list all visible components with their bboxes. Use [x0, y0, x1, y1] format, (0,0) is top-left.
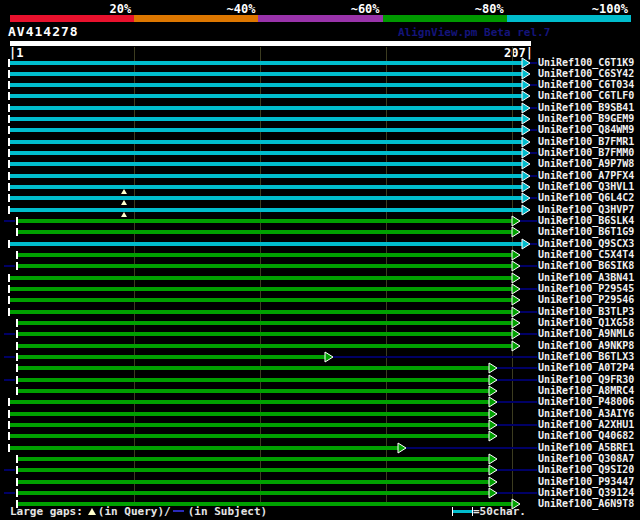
arrow-head-icon: [488, 430, 498, 442]
alignment-bar[interactable]: [10, 185, 522, 189]
alignment-bar[interactable]: [10, 128, 522, 132]
alignment-bar[interactable]: [10, 117, 522, 121]
hit-label[interactable]: UniRef100_A7PFX4: [538, 170, 634, 182]
alignment-row: UniRef100_C5X4T4: [0, 249, 640, 261]
alignment-bar[interactable]: [10, 106, 522, 110]
alignment-row: UniRef100_Q1XG58: [0, 317, 640, 329]
alignment-bar[interactable]: [10, 61, 522, 65]
alignment-bar[interactable]: [10, 400, 489, 404]
hit-label[interactable]: UniRef100_Q9SCX3: [538, 238, 634, 250]
hit-label[interactable]: UniRef100_B6TLX3: [538, 351, 634, 363]
alignment-bar[interactable]: [10, 83, 522, 87]
hit-label[interactable]: UniRef100_Q84WM9: [538, 124, 634, 136]
alignment-bar[interactable]: [10, 162, 522, 166]
hit-label[interactable]: UniRef100_Q39124: [538, 487, 634, 499]
alignment-bar[interactable]: [10, 298, 512, 302]
identity-scale-segment: [507, 15, 631, 22]
hit-label[interactable]: UniRef100_A2XHU1: [538, 419, 634, 431]
alignment-bar[interactable]: [10, 208, 522, 212]
hit-label[interactable]: UniRef100_B9GEM9: [538, 113, 634, 125]
hit-label[interactable]: UniRef100_C6T034: [538, 79, 634, 91]
hit-label[interactable]: UniRef100_C5X4T4: [538, 249, 634, 261]
hit-label[interactable]: UniRef100_Q9FR30: [538, 374, 634, 386]
alignment-row: UniRef100_P48006: [0, 396, 640, 408]
hit-label[interactable]: UniRef100_C6SY42: [538, 68, 634, 80]
alignment-bar[interactable]: [10, 287, 512, 291]
alignment-bar[interactable]: [18, 389, 489, 393]
subject-overhang-right: [530, 243, 537, 245]
alignment-bar[interactable]: [10, 276, 512, 280]
alignment-bar[interactable]: [18, 491, 489, 495]
hit-label[interactable]: UniRef100_P93447: [538, 476, 634, 488]
subject-gap-dash-icon: [173, 510, 184, 512]
hit-label[interactable]: UniRef100_C6TLF0: [538, 90, 634, 102]
hit-label[interactable]: UniRef100_C6T1K9: [538, 57, 634, 69]
arrow-head-icon: [521, 136, 531, 148]
alignment-bar[interactable]: [10, 446, 398, 450]
alignment-bar[interactable]: [18, 468, 489, 472]
alignment-bar[interactable]: [10, 310, 512, 314]
hit-label[interactable]: UniRef100_A9NKP8: [538, 340, 634, 352]
alignment-bar[interactable]: [18, 253, 512, 257]
subject-overhang-left: [4, 333, 15, 335]
alignment-bar[interactable]: [10, 423, 489, 427]
alignment-bar[interactable]: [10, 242, 522, 246]
alignment-bar[interactable]: [18, 480, 489, 484]
alignment-bar[interactable]: [18, 344, 512, 348]
alignment-bar[interactable]: [10, 196, 522, 200]
hit-label[interactable]: UniRef100_Q6L4C2: [538, 192, 634, 204]
alignment-row: UniRef100_B9GEM9: [0, 113, 640, 125]
alignment-bar[interactable]: [18, 321, 512, 325]
alignment-row: UniRef100_P29546: [0, 294, 640, 306]
hit-label[interactable]: UniRef100_A3BN41: [538, 272, 634, 284]
hit-label[interactable]: UniRef100_B7FMM0: [538, 147, 634, 159]
alignment-bar[interactable]: [18, 457, 489, 461]
subject-overhang-right: [497, 367, 537, 369]
alignment-bar[interactable]: [10, 412, 489, 416]
hit-label[interactable]: UniRef100_Q1XG58: [538, 317, 634, 329]
hit-label[interactable]: UniRef100_A6N9T8: [538, 498, 634, 510]
alignment-bar[interactable]: [18, 366, 489, 370]
hit-label[interactable]: UniRef100_P29545: [538, 283, 634, 295]
alignment-bar[interactable]: [18, 264, 512, 268]
alignment-row: UniRef100_A0T2P4: [0, 362, 640, 374]
alignment-row: UniRef100_Q9FR30: [0, 374, 640, 386]
hit-label[interactable]: UniRef100_B7FMR1: [538, 136, 634, 148]
hit-label[interactable]: UniRef100_B6T1G9: [538, 226, 634, 238]
hit-label[interactable]: UniRef100_P48006: [538, 396, 634, 408]
alignment-bar[interactable]: [10, 151, 522, 155]
scale-legend-text: =50char.: [473, 505, 526, 518]
hit-label[interactable]: UniRef100_Q9SI20: [538, 464, 634, 476]
alignment-bar[interactable]: [10, 140, 522, 144]
hit-label[interactable]: UniRef100_P29546: [538, 294, 634, 306]
hit-label[interactable]: UniRef100_Q40682: [538, 430, 634, 442]
hit-label[interactable]: UniRef100_B6SLK4: [538, 215, 634, 227]
alignment-row: UniRef100_B6SIK8: [0, 260, 640, 272]
hit-label[interactable]: UniRef100_Q3HVL1: [538, 181, 634, 193]
alignment-bar[interactable]: [18, 355, 325, 359]
hit-label[interactable]: UniRef100_A9P7W8: [538, 158, 634, 170]
hit-label[interactable]: UniRef100_A3AIY6: [538, 408, 634, 420]
hit-label[interactable]: UniRef100_A9NML6: [538, 328, 634, 340]
alignment-bar[interactable]: [10, 94, 522, 98]
hit-label[interactable]: UniRef100_A0T2P4: [538, 362, 634, 374]
hit-label[interactable]: UniRef100_B3TLP3: [538, 306, 634, 318]
alignment-bar[interactable]: [10, 72, 522, 76]
subject-overhang-right: [520, 311, 537, 313]
alignment-bar[interactable]: [18, 378, 489, 382]
alignment-bar[interactable]: [18, 219, 512, 223]
alignment-bar[interactable]: [10, 174, 522, 178]
alignment-row: UniRef100_Q40682: [0, 430, 640, 442]
scale-legend-line-icon: [453, 510, 472, 513]
alignment-row: UniRef100_A3AIY6: [0, 408, 640, 420]
hit-label[interactable]: UniRef100_Q308A7: [538, 453, 634, 465]
hit-label[interactable]: UniRef100_B9SB41: [538, 102, 634, 114]
hit-label[interactable]: UniRef100_A5BRE1: [538, 442, 634, 454]
alignment-bar[interactable]: [18, 230, 512, 234]
alignment-row: UniRef100_B7FMM0: [0, 147, 640, 159]
alignment-bar[interactable]: [18, 332, 512, 336]
hit-label[interactable]: UniRef100_A8MRC4: [538, 385, 634, 397]
alignment-bar[interactable]: [10, 434, 489, 438]
hit-label[interactable]: UniRef100_Q3HVP7: [538, 204, 634, 216]
hit-label[interactable]: UniRef100_B6SIK8: [538, 260, 634, 272]
